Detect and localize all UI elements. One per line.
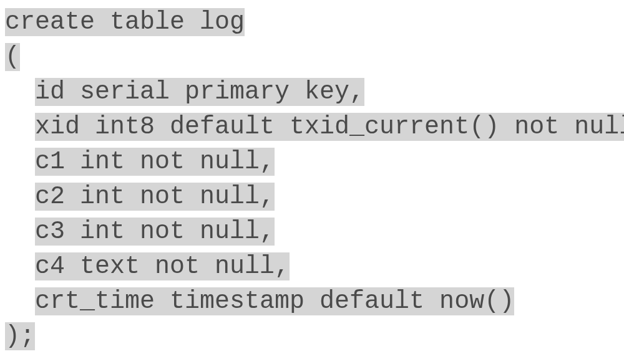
code-line-4: xid int8 default txid_current() not null… xyxy=(5,110,619,145)
code-text: ); xyxy=(5,322,35,350)
code-text: ( xyxy=(5,43,20,71)
code-line-6: c2 int not null, xyxy=(5,180,619,214)
code-text: c1 int not null, xyxy=(35,148,275,176)
code-line-10: ); xyxy=(5,319,619,354)
code-line-2: ( xyxy=(5,40,619,75)
code-line-7: c3 int not null, xyxy=(5,214,619,249)
code-text: c2 int not null, xyxy=(35,183,275,211)
code-text: c3 int not null, xyxy=(35,218,275,246)
code-text: id serial primary key, xyxy=(35,78,364,106)
code-line-1: create table log xyxy=(5,5,619,40)
code-text: create table log xyxy=(5,8,245,36)
sql-code-block: create table log ( id serial primary key… xyxy=(5,5,619,354)
code-line-5: c1 int not null, xyxy=(5,145,619,180)
code-text: c4 text not null, xyxy=(35,252,290,280)
code-text: crt_time timestamp default now() xyxy=(35,287,514,315)
code-text: xid int8 default txid_current() not null… xyxy=(35,113,624,141)
code-line-3: id serial primary key, xyxy=(5,75,619,110)
code-line-9: crt_time timestamp default now() xyxy=(5,284,619,319)
code-line-8: c4 text not null, xyxy=(5,249,619,284)
